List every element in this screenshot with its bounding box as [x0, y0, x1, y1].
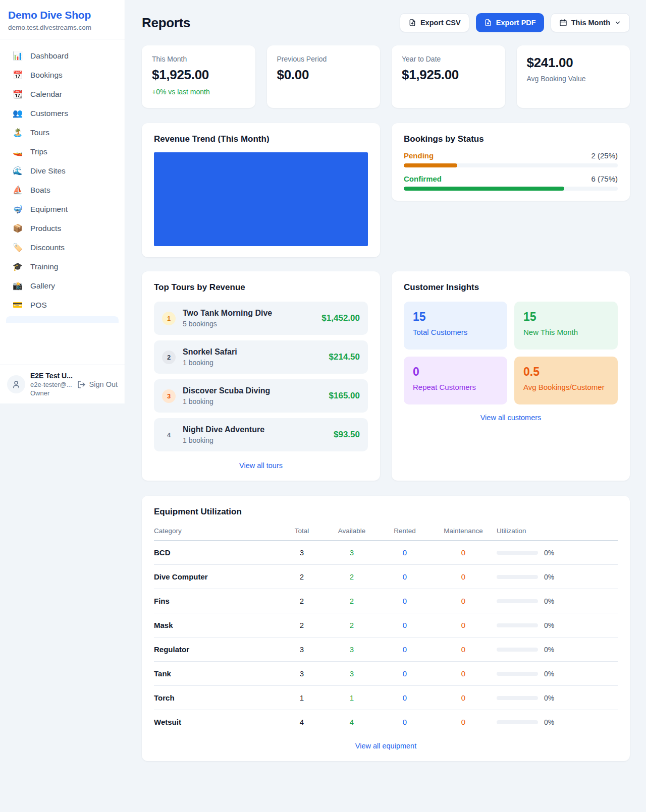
equipment-row: Torch 1 1 0 0 0%	[154, 686, 618, 710]
status-progress-fill	[404, 163, 457, 167]
sidebar-item-dive-sites[interactable]: 🌊 Dive Sites	[6, 161, 119, 181]
equipment-rented: 0	[380, 645, 430, 654]
equipment-rented: 0	[380, 548, 430, 557]
tour-row: 1 Two Tank Morning Dive 5 bookings $1,45…	[154, 302, 368, 335]
period-dropdown[interactable]: This Month	[551, 13, 630, 32]
nav-item-label: Dive Sites	[30, 166, 66, 176]
sidebar-item-products[interactable]: 📦 Products	[6, 219, 119, 238]
status-count: 6 (75%)	[591, 175, 618, 183]
equipment-total: 3	[280, 645, 324, 654]
nav-item-label: Discounts	[30, 243, 65, 252]
sidebar-item-trips[interactable]: 🚤 Trips	[6, 142, 119, 161]
sidebar-item-training[interactable]: 🎓 Training	[6, 257, 119, 276]
sidebar-item-tours[interactable]: 🏝️ Tours	[6, 123, 119, 142]
revenue-trend-card: Revenue Trend (This Month)	[142, 123, 380, 257]
equipment-row: Dive Computer 2 2 0 0 0%	[154, 565, 618, 589]
utilization-bar-track	[497, 672, 538, 676]
logout-icon	[77, 380, 86, 389]
tour-meta: Snorkel Safari 1 booking	[183, 347, 237, 367]
insight-tile: 0 Repeat Customers	[404, 357, 507, 404]
stats-grid: This Month $1,925.00 +0% vs last month P…	[142, 45, 630, 108]
tour-bookings: 1 booking	[183, 436, 264, 444]
equipment-row: Wetsuit 4 4 0 0 0%	[154, 710, 618, 734]
nav-item-icon: ⛵	[12, 186, 23, 194]
export-pdf-button[interactable]: Export PDF	[476, 13, 544, 32]
utilization-bar-track	[497, 623, 538, 627]
view-all-tours-link[interactable]: View all tours	[154, 461, 368, 470]
equipment-available: 4	[324, 718, 380, 726]
sign-out-button[interactable]: Sign Out	[77, 380, 118, 389]
equipment-maintenance: 0	[430, 572, 497, 581]
utilization-percent: 0%	[544, 718, 554, 726]
equipment-maintenance: 0	[430, 669, 497, 678]
equipment-category: Wetsuit	[154, 718, 280, 726]
sidebar-item-boats[interactable]: ⛵ Boats	[6, 181, 119, 200]
view-all-customers-link[interactable]: View all customers	[404, 414, 618, 422]
equipment-total: 2	[280, 621, 324, 629]
utilization-bar-track	[497, 696, 538, 700]
status-progress-fill	[404, 187, 564, 191]
booking-status-row: Confirmed 6 (75%)	[404, 175, 618, 191]
nav-item-icon: 🤿	[12, 205, 23, 213]
equipment-rented: 0	[380, 621, 430, 629]
insight-value: 0	[413, 365, 498, 379]
nav-item-icon: 👥	[12, 109, 23, 118]
sidebar-item-calendar[interactable]: 📆 Calendar	[6, 85, 119, 104]
stat-card: Previous Period $0.00	[267, 45, 381, 108]
sidebar-item-customers[interactable]: 👥 Customers	[6, 104, 119, 123]
sidebar-item-bookings[interactable]: 📅 Bookings	[6, 66, 119, 85]
status-label: Pending	[404, 151, 434, 160]
avatar	[7, 375, 25, 393]
person-icon	[12, 380, 21, 389]
equipment-rented: 0	[380, 597, 430, 605]
stat-card: Avg Booking Value $241.00	[517, 45, 630, 108]
insight-label: New This Month	[523, 328, 609, 336]
equipment-available: 2	[324, 572, 380, 581]
tour-revenue: $214.50	[329, 352, 360, 362]
tour-revenue: $165.00	[329, 391, 360, 401]
equipment-utilization-card: Equipment Utilization CategoryTotalAvail…	[142, 496, 630, 761]
equipment-column-header: Maintenance	[430, 527, 497, 535]
bookings-by-status-title: Bookings by Status	[404, 134, 618, 144]
sidebar-item-discounts[interactable]: 🏷️ Discounts	[6, 238, 119, 257]
nav-item-label: Bookings	[30, 71, 63, 80]
export-csv-button[interactable]: Export CSV	[400, 13, 469, 32]
user-email: e2e-tester@...	[30, 381, 72, 388]
top-tours-title: Top Tours by Revenue	[154, 282, 368, 293]
stat-label: Year to Date	[402, 55, 495, 63]
equipment-total: 2	[280, 572, 324, 581]
equipment-rented: 0	[380, 718, 430, 726]
utilization-bar-track	[497, 575, 538, 579]
equipment-utilization: 0%	[497, 549, 618, 557]
tour-rank-badge: 3	[162, 389, 176, 403]
sidebar-item-gallery[interactable]: 📸 Gallery	[6, 276, 119, 296]
view-all-equipment-link[interactable]: View all equipment	[154, 742, 618, 750]
equipment-rented: 0	[380, 572, 430, 581]
insight-tile: 0.5 Avg Bookings/Customer	[514, 357, 618, 404]
stat-delta: +0% vs last month	[152, 88, 245, 96]
sidebar-item-dashboard[interactable]: 📊 Dashboard	[6, 46, 119, 66]
brand-name[interactable]: Demo Dive Shop	[8, 9, 117, 21]
insight-label: Avg Bookings/Customer	[523, 383, 609, 391]
insight-label: Total Customers	[413, 328, 498, 336]
sidebar-item-equipment[interactable]: 🤿 Equipment	[6, 200, 119, 219]
nav-item-label: Gallery	[30, 281, 55, 291]
equipment-utilization: 0%	[497, 670, 618, 678]
stat-value: $0.00	[277, 67, 370, 83]
tour-row: 4 Night Dive Adventure 1 booking $93.50	[154, 418, 368, 451]
insight-value: 15	[523, 310, 609, 324]
equipment-total: 3	[280, 669, 324, 678]
equipment-rented: 0	[380, 669, 430, 678]
nav-item-label: Calendar	[30, 90, 62, 99]
utilization-percent: 0%	[544, 670, 554, 678]
sign-out-label: Sign Out	[89, 380, 118, 388]
sidebar-item-selected-partial[interactable]	[6, 316, 119, 323]
nav-item-label: Products	[30, 224, 61, 233]
equipment-total: 1	[280, 693, 324, 702]
utilization-bar-track	[497, 648, 538, 652]
nav-item-icon: 📆	[12, 90, 23, 98]
sidebar-item-pos[interactable]: 💳 POS	[6, 296, 119, 315]
equipment-available: 2	[324, 597, 380, 605]
tour-row: 3 Discover Scuba Diving 1 booking $165.0…	[154, 379, 368, 413]
user-info: E2E Test U... e2e-tester@... Owner	[30, 372, 72, 397]
